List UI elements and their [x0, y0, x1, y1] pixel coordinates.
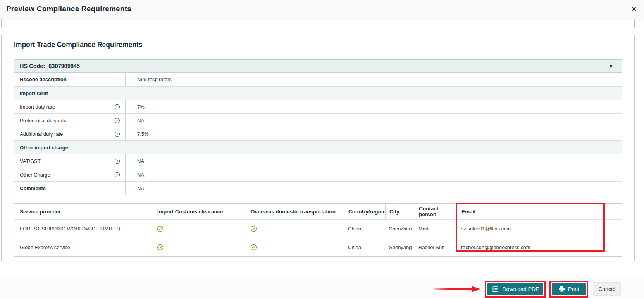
column-header: Contact person	[413, 204, 456, 219]
table-row: Import duty rate ? 7%	[14, 100, 622, 113]
row-label: Comments	[14, 182, 126, 195]
table-row: Hscode description N95 respirators	[14, 73, 622, 86]
download-pdf-button[interactable]: PDF Download PDF	[487, 283, 543, 295]
modal-title: Preview Compliance Requirements	[6, 5, 131, 13]
row-label-text: Preferential duty rate	[20, 118, 67, 123]
city-cell: Shenzhen	[385, 220, 413, 238]
check-circle-icon	[250, 225, 257, 232]
service-providers-table: Service provider Import Customs clearanc…	[14, 203, 622, 257]
scrolled-card-stub	[1, 19, 635, 28]
column-header: Country/region	[343, 204, 385, 219]
hs-code-accordion[interactable]: HS Code: 6307909845 ▼	[14, 59, 622, 73]
row-label: VAT/GST ?	[14, 154, 126, 168]
row-value: NA	[126, 182, 622, 195]
table-row: Comments NA	[14, 181, 622, 195]
row-value: NA	[126, 114, 622, 127]
provider-name: FOREST SHIPPING WORLDWIDE LIMITED	[14, 220, 152, 238]
table-row: Other Charge ? NA	[14, 168, 622, 181]
row-label-text: Hscode description	[20, 76, 67, 82]
providers-header-row: Service provider Import Customs clearanc…	[14, 204, 622, 219]
domestic-transport-cell	[245, 220, 343, 238]
help-icon[interactable]: ?	[114, 172, 120, 178]
close-icon[interactable]: ✕	[631, 5, 637, 13]
svg-text:?: ?	[116, 173, 118, 177]
table-row: Preferential duty rate ? NA	[14, 113, 622, 127]
cancel-button[interactable]: Cancel	[593, 282, 621, 296]
section-heading: Import Trade Compliance Requirements	[14, 40, 622, 49]
check-circle-icon	[157, 244, 164, 251]
city-cell: Shenyang	[385, 238, 413, 256]
row-label: Additional duty rate ?	[14, 127, 126, 140]
column-header: Email	[456, 204, 622, 219]
chevron-down-icon[interactable]: ▼	[608, 63, 613, 69]
row-label-text: VAT/GST	[20, 158, 41, 164]
table-row: VAT/GST ? NA	[14, 154, 622, 168]
help-icon[interactable]: ?	[114, 104, 120, 110]
help-icon[interactable]: ?	[114, 158, 120, 164]
table-row: FOREST SHIPPING WORLDWIDE LIMITED China …	[14, 219, 622, 238]
row-label-text: Import duty rate	[20, 104, 55, 110]
svg-text:?: ?	[116, 132, 118, 136]
svg-text:?: ?	[116, 159, 118, 163]
svg-text:PDF: PDF	[494, 288, 498, 290]
section-row-label: Other import charge	[20, 145, 68, 151]
check-circle-icon	[157, 225, 164, 232]
import-compliance-card: Import Trade Compliance Requirements HS …	[1, 35, 635, 261]
provider-name: Globe Express service	[14, 238, 152, 256]
hs-code-label: HS Code:	[20, 63, 45, 69]
hs-code-value: 6307909845	[48, 63, 80, 69]
customs-clearance-cell	[152, 220, 245, 238]
table-section-row: Other import charge	[14, 140, 622, 154]
row-label-text: Additional duty rate	[20, 131, 63, 137]
table-section-row: Import tariff	[14, 86, 622, 100]
print-annotation-box: Print	[549, 281, 588, 298]
row-label-text: Comments	[20, 185, 46, 191]
printer-icon	[558, 286, 565, 292]
check-circle-icon	[250, 244, 257, 251]
customs-clearance-cell	[152, 238, 245, 256]
download-pdf-annotation-box: PDF Download PDF	[485, 281, 546, 298]
country-cell: China	[343, 238, 385, 256]
row-label: Hscode description	[14, 73, 126, 86]
column-header: Overseas domestic transportation	[245, 204, 343, 219]
row-label: Other Charge ?	[14, 168, 126, 181]
column-header: City	[385, 204, 413, 219]
column-header: Import Customs clearance	[152, 204, 245, 219]
pdf-icon: PDF	[492, 286, 499, 292]
contact-cell: Rachel Sun	[413, 238, 456, 256]
country-cell: China	[343, 220, 385, 238]
row-value: 7%	[126, 100, 622, 113]
row-value: NA	[126, 168, 622, 181]
row-value: NA	[126, 154, 622, 168]
print-button[interactable]: Print	[552, 283, 586, 295]
table-row: Additional duty rate ? 7.5%	[14, 127, 622, 140]
row-label: Preferential duty rate ?	[14, 114, 126, 127]
section-row-label: Import tariff	[20, 90, 48, 96]
domestic-transport-cell	[245, 238, 343, 256]
row-label: Import duty rate ?	[14, 100, 126, 113]
modal-footer	[0, 277, 644, 298]
row-label-text: Other Charge	[20, 172, 50, 178]
compliance-detail-table: Hscode description N95 respirators Impor…	[14, 73, 622, 195]
print-label: Print	[568, 286, 579, 292]
help-icon[interactable]: ?	[114, 131, 120, 137]
email-cell: sz.sales01@lllois.com	[456, 220, 622, 238]
contact-cell: Mark	[413, 220, 456, 238]
modal-header: Preview Compliance Requirements ✕	[0, 0, 644, 18]
download-pdf-label: Download PDF	[502, 286, 539, 292]
svg-text:?: ?	[116, 118, 118, 122]
column-header: Service provider	[14, 204, 152, 219]
help-icon[interactable]: ?	[114, 118, 120, 123]
svg-text:?: ?	[116, 105, 118, 109]
email-cell: rachel.sun@globeexpress.com	[456, 238, 622, 256]
row-value: 7.5%	[126, 127, 622, 140]
row-value: N95 respirators	[126, 73, 622, 86]
table-row: Globe Express service China Shenyang Rac…	[14, 238, 622, 256]
